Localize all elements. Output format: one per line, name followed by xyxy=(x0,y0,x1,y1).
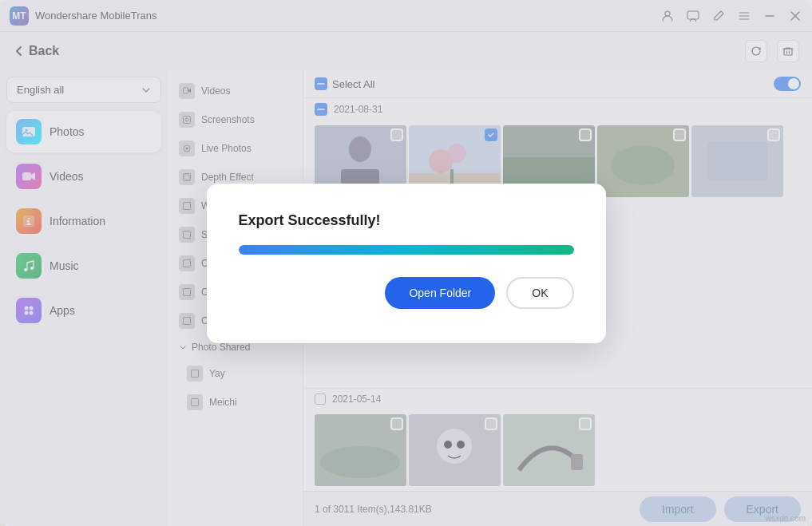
export-success-dialog: Export Successfully! Open Folder OK xyxy=(207,184,606,343)
ok-button[interactable]: OK xyxy=(506,277,573,309)
open-folder-button[interactable]: Open Folder xyxy=(385,277,495,309)
dialog-title: Export Successfully! xyxy=(239,212,381,229)
dialog-actions: Open Folder OK xyxy=(385,277,573,309)
progress-bar-container xyxy=(239,245,574,255)
app-window: MT Wondershare MobileTrans xyxy=(0,0,812,526)
progress-bar-fill xyxy=(239,245,574,255)
overlay: Export Successfully! Open Folder OK xyxy=(0,0,812,526)
